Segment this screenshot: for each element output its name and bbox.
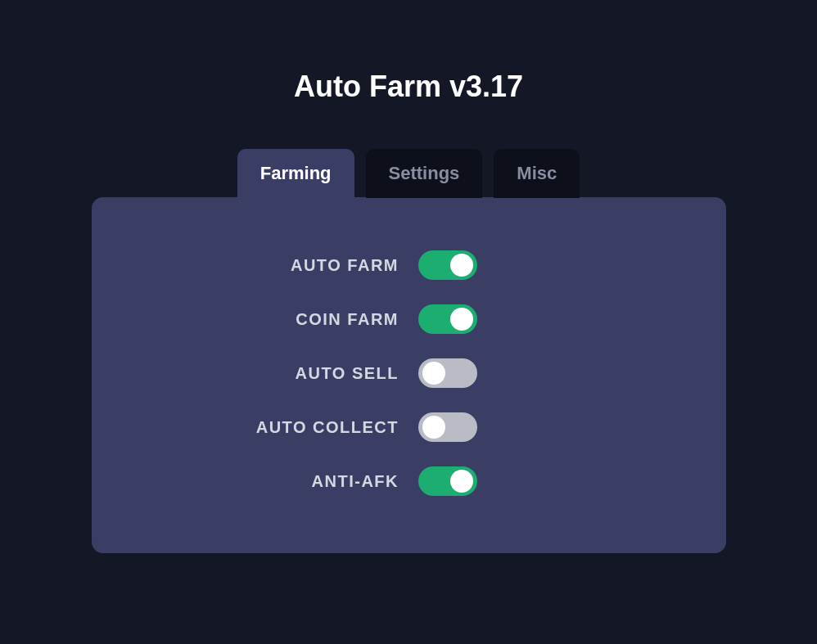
tab-settings[interactable]: Settings (366, 149, 483, 198)
toggle-label-anti-afk: ANTI-AFK (235, 472, 399, 491)
toggle-anti-afk[interactable] (418, 466, 477, 496)
toggle-row-auto-collect: AUTO COLLECT (124, 412, 693, 442)
app-title: Auto Farm v3.17 (294, 70, 523, 104)
toggle-label-coin-farm: COIN FARM (235, 310, 399, 329)
toggle-label-auto-farm: AUTO FARM (235, 256, 399, 275)
toggle-auto-farm[interactable] (418, 250, 477, 280)
tabs-container: Farming Settings Misc (237, 149, 580, 198)
toggle-row-coin-farm: COIN FARM (124, 304, 693, 334)
toggle-row-auto-sell: AUTO SELL (124, 358, 693, 388)
settings-panel: AUTO FARM COIN FARM AUTO SELL AUTO COLLE… (92, 197, 726, 553)
tab-misc[interactable]: Misc (494, 149, 580, 198)
toggle-label-auto-collect: AUTO COLLECT (235, 418, 399, 437)
toggle-knob (450, 254, 473, 277)
toggle-auto-sell[interactable] (418, 358, 477, 388)
toggle-auto-collect[interactable] (418, 412, 477, 442)
toggle-knob (422, 362, 445, 385)
toggle-knob (450, 470, 473, 493)
tab-farming[interactable]: Farming (237, 149, 354, 198)
toggle-knob (422, 416, 445, 439)
toggle-row-anti-afk: ANTI-AFK (124, 466, 693, 496)
toggle-label-auto-sell: AUTO SELL (235, 364, 399, 383)
toggle-row-auto-farm: AUTO FARM (124, 250, 693, 280)
toggle-coin-farm[interactable] (418, 304, 477, 334)
toggle-knob (450, 308, 473, 331)
